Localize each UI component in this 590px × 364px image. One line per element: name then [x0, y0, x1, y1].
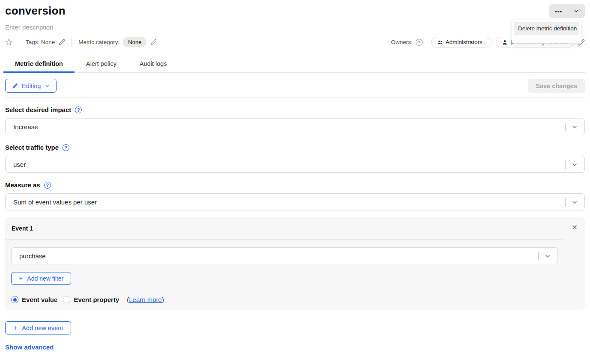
- chevron-down-icon: [571, 199, 578, 206]
- close-icon[interactable]: ✕: [572, 224, 577, 231]
- metric-category-label: Metric category:: [78, 39, 119, 45]
- edit-tags-icon[interactable]: [59, 39, 65, 45]
- chevron-down-icon: [571, 124, 578, 130]
- field-desired-impact: Select desired impact ? Increase: [5, 106, 585, 135]
- chevron-down-icon: [573, 8, 579, 14]
- help-icon[interactable]: ?: [44, 182, 51, 189]
- event-card-main: Event 1 purchase + Add new filter: [5, 217, 564, 310]
- add-filter-label: Add new filter: [27, 275, 63, 282]
- person-icon: [502, 39, 508, 45]
- event-card: Event 1 purchase + Add new filter: [5, 217, 585, 310]
- chevron-down-icon: [544, 253, 551, 260]
- editing-label: Editing: [22, 83, 41, 89]
- divider: [538, 252, 539, 260]
- save-changes-button[interactable]: Save changes: [528, 79, 585, 93]
- meta-left: Tags: None Metric category: None: [5, 37, 157, 47]
- field-measure-as: Measure as ? Sum of event values per use…: [5, 181, 585, 210]
- add-new-filter-button[interactable]: + Add new filter: [11, 272, 71, 285]
- tab-audit-logs[interactable]: Audit logs: [128, 55, 179, 72]
- field-traffic-type: Select traffic type ? user: [5, 144, 585, 173]
- event-card-title: Event 1: [5, 217, 564, 240]
- event-property-radio-label[interactable]: Event property: [74, 296, 119, 303]
- event-name-value: purchase: [19, 252, 46, 260]
- menu-item-delete-metric-definition[interactable]: Delete metric definition: [514, 22, 579, 35]
- desired-impact-value: Increase: [13, 123, 38, 130]
- editing-mode-button[interactable]: Editing: [5, 79, 57, 93]
- tags-label: Tags: None: [26, 39, 55, 45]
- divider: [5, 97, 585, 98]
- header-dropdown-button[interactable]: [568, 4, 585, 18]
- add-new-event-button[interactable]: + Add new event: [5, 321, 71, 334]
- page-title: conversion: [5, 4, 66, 18]
- header-dropdown-menu: Delete metric definition: [512, 20, 581, 44]
- traffic-type-select[interactable]: user: [5, 156, 585, 173]
- chevron-down-icon: [571, 161, 578, 168]
- divider: [72, 38, 72, 47]
- plus-icon: +: [19, 275, 23, 282]
- field-label: Measure as ?: [5, 181, 585, 189]
- star-icon[interactable]: [5, 38, 12, 46]
- field-label: Select desired impact ?: [5, 106, 585, 113]
- owners-label: Owners:: [391, 39, 412, 45]
- divider: [565, 123, 566, 131]
- pencil-icon: [12, 83, 18, 89]
- metric-category-badge[interactable]: None: [123, 37, 146, 47]
- chevron-down-icon: [45, 83, 50, 89]
- plus-icon: +: [13, 325, 17, 331]
- add-event-label: Add new event: [22, 325, 63, 331]
- meta-row: Tags: None Metric category: None Owners:…: [5, 37, 585, 47]
- tab-metric-definition[interactable]: Metric definition: [3, 55, 74, 72]
- traffic-type-label: Select traffic type: [5, 144, 59, 151]
- show-advanced-link[interactable]: Show advanced: [5, 343, 54, 351]
- help-icon[interactable]: ?: [63, 144, 69, 151]
- toolbar: Editing Save changes: [5, 79, 585, 93]
- event-property-radio[interactable]: [63, 296, 70, 303]
- paren-close: ): [162, 296, 164, 303]
- value-type-radio-group: Event value Event property (Learn more): [11, 296, 558, 303]
- field-label: Select traffic type ?: [5, 144, 585, 151]
- divider: [565, 160, 566, 169]
- help-icon[interactable]: ?: [75, 107, 82, 113]
- tab-alert-policy[interactable]: Alert policy: [74, 55, 128, 72]
- tab-bar: Metric definition Alert policy Audit log…: [3, 55, 585, 73]
- measure-as-select[interactable]: Sum of event values per user: [5, 193, 585, 210]
- divider: [19, 38, 19, 47]
- divider: [5, 363, 585, 363]
- traffic-type-value: user: [13, 161, 26, 168]
- more-options-button[interactable]: •••: [549, 4, 568, 18]
- measure-as-label: Measure as: [5, 181, 40, 189]
- event-card-side: ✕: [564, 217, 585, 310]
- people-icon: [437, 39, 443, 45]
- edit-metric-category-icon[interactable]: [150, 39, 157, 45]
- event-value-radio[interactable]: [11, 296, 18, 303]
- desired-impact-select[interactable]: Increase: [5, 118, 585, 135]
- description-input[interactable]: Enter description: [5, 24, 585, 31]
- owners-help-icon[interactable]: ?: [416, 39, 423, 46]
- divider: [565, 198, 566, 207]
- desired-impact-label: Select desired impact: [5, 106, 71, 113]
- ellipsis-icon: •••: [555, 9, 562, 14]
- header-actions: •••: [549, 4, 585, 18]
- learn-more-link[interactable]: Learn more: [129, 296, 162, 303]
- owner-pill-group[interactable]: Administrators ,: [431, 37, 492, 47]
- learn-more-wrap: (Learn more): [127, 296, 164, 303]
- measure-as-value: Sum of event values per user: [13, 198, 97, 206]
- event-card-body: purchase + Add new filter Event value: [5, 240, 564, 310]
- header: conversion •••: [5, 0, 585, 18]
- metric-detail-page: conversion ••• Enter description: [0, 0, 590, 364]
- event-value-radio-label[interactable]: Event value: [22, 296, 57, 303]
- owner-name: Administrators ,: [446, 39, 486, 45]
- event-name-select[interactable]: purchase: [11, 247, 558, 264]
